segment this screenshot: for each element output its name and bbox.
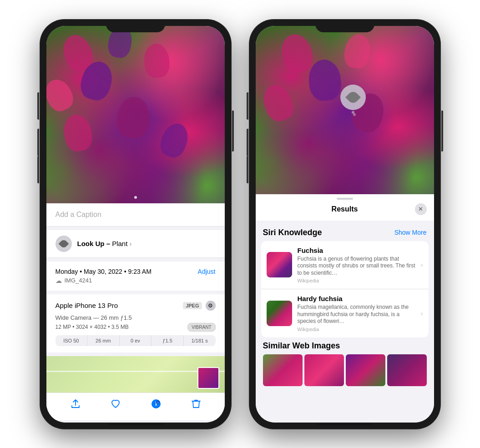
caption-placeholder: Add a Caption [56,211,101,218]
meta-date: Monday • May 30, 2022 • 9:23 AM [56,268,152,275]
left-phone: Add a Caption Look Up – Plant › Monday •… [40,20,231,429]
photo-area [46,26,225,203]
fuchsia-source: Wikipedia [298,278,415,283]
photo-dot-indicator [134,196,137,199]
exif-shutter: 1/181 s [184,335,216,346]
hardy-fuchsia-chevron-icon: › [421,310,423,317]
knowledge-card: Fuchsia Fuchsia is a genus of flowering … [261,241,429,338]
specs-text: 12 MP • 3024 × 4032 • 3.5 MB [56,324,129,330]
fuchsia-thumbnail [267,252,292,277]
web-image-1[interactable] [263,354,303,386]
left-content-area: Add a Caption Look Up – Plant › Monday •… [46,203,225,423]
exif-iso: ISO 50 [56,335,88,346]
siri-visual-intelligence-bubble [340,85,366,110]
home-indicator [108,423,163,425]
results-photo-area [256,26,434,194]
fuchsia-content: Fuchsia Fuchsia is a genus of flowering … [298,247,415,284]
camera-details: Wide Camera — 26 mm ƒ1.5 [56,314,216,321]
info-button[interactable]: i [151,398,162,409]
right-phone: Results ✕ Siri Knowledge Show More [249,20,440,429]
exif-focal: 26 mm [87,335,120,346]
hardy-fuchsia-source: Wikipedia [298,327,415,332]
web-images-section: Similar Web Images [256,341,434,390]
filename-label: IMG_4241 [65,277,92,284]
results-title: Results [275,205,415,213]
exif-ev: 0 ev [120,335,152,346]
panel-handle [256,194,434,203]
siri-knowledge-label: Siri Knowledge [263,228,322,237]
exif-aperture: ƒ1.5 [152,335,184,346]
map-area[interactable] [46,356,225,393]
web-image-2[interactable] [304,354,344,386]
knowledge-item-fuchsia[interactable]: Fuchsia Fuchsia is a genus of flowering … [261,241,429,290]
fuchsia-chevron-icon: › [421,261,423,268]
notch-right [315,20,374,32]
close-button[interactable]: ✕ [415,203,427,215]
svg-rect-2 [156,403,157,406]
delete-button[interactable] [192,399,201,409]
photo-thumbnail [197,367,219,389]
device-section: Apple iPhone 13 Pro JPEG ⚙ Wide Camera —… [46,294,225,352]
hardy-fuchsia-content: Hardy fuchsia Fuchsia magellanica, commo… [298,295,415,332]
results-scroll: Siri Knowledge Show More Fuchsia Fuchsia… [256,221,434,423]
share-button[interactable] [71,399,81,409]
hardy-fuchsia-thumbnail [267,301,292,326]
lookup-label: Look Up – Plant › [77,240,132,247]
show-more-button[interactable]: Show More [394,229,427,236]
favorite-button[interactable] [111,399,121,409]
drag-handle [337,198,353,200]
vibrant-badge: VIBRANT [187,323,215,332]
fuchsia-description: Fuchsia is a genus of flowering plants t… [298,256,415,277]
bottom-toolbar: i [46,393,225,420]
results-panel: Results ✕ Siri Knowledge Show More [256,194,434,423]
web-images-grid [263,354,427,386]
web-image-4[interactable] [387,354,427,386]
cloud-icon: ☁ [56,277,62,284]
exif-row: ISO 50 26 mm 0 ev ƒ1.5 1/181 s [56,335,216,346]
format-badge: JPEG [183,302,202,309]
siri-lookup-icon [56,236,72,252]
home-indicator-right [318,423,372,425]
fuchsia-name: Fuchsia [298,247,415,254]
settings-icon[interactable]: ⚙ [206,301,216,311]
adjust-button[interactable]: Adjust [198,268,216,275]
meta-section: Monday • May 30, 2022 • 9:23 AM Adjust ☁… [46,262,225,291]
similar-web-images-label: Similar Web Images [263,341,427,351]
notch [106,20,165,32]
web-image-3[interactable] [346,354,385,386]
caption-area[interactable]: Add a Caption [46,203,225,227]
lookup-row[interactable]: Look Up – Plant › [46,230,225,258]
knowledge-item-hardy-fuchsia[interactable]: Hardy fuchsia Fuchsia magellanica, commo… [261,289,429,337]
hardy-fuchsia-name: Hardy fuchsia [298,295,415,302]
results-header: Results ✕ [256,203,434,221]
device-name: Apple iPhone 13 Pro [56,302,118,309]
siri-knowledge-header: Siri Knowledge Show More [256,224,434,241]
hardy-fuchsia-description: Fuchsia magellanica, commonly known as t… [298,304,415,325]
